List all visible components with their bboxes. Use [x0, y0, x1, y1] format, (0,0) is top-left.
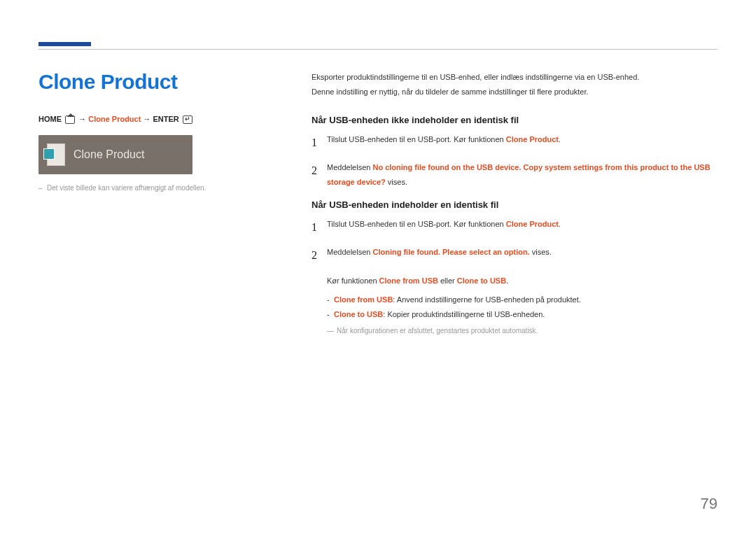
highlight-text: Clone from USB — [334, 295, 393, 304]
step-body: Meddelelsen Cloning file found. Please s… — [327, 245, 718, 266]
step-row: 2 Meddelelsen Cloning file found. Please… — [312, 245, 718, 266]
step-row: 1 Tilslut USB-enheden til en USB-port. K… — [312, 217, 718, 238]
step-body: Meddelelsen No cloning file found on the… — [327, 160, 718, 190]
highlight-text: Clone Product — [506, 220, 559, 228]
menu-preview-label: Clone Product — [74, 148, 144, 161]
header-accent-bar — [38, 42, 91, 46]
run-text: . — [506, 276, 508, 285]
step-text: Meddelelsen — [327, 163, 372, 171]
left-column: Clone Product HOME → Clone Product → ENT… — [38, 70, 304, 335]
run-text: eller — [438, 276, 457, 285]
enter-icon — [183, 115, 192, 124]
step-number: 1 — [312, 217, 327, 238]
highlight-text: Clone from USB — [379, 276, 438, 285]
image-disclaimer-text: Det viste billede kan variere afhængigt … — [47, 184, 206, 192]
intro-line-2: Denne indstilling er nyttig, når du tild… — [312, 85, 718, 99]
step-number: 2 — [312, 160, 327, 190]
step-row: 1 Tilslut USB-enheden til en USB-port. K… — [312, 132, 718, 153]
header-divider — [38, 49, 718, 50]
step-text: vises. — [530, 248, 552, 256]
step-number: 2 — [312, 245, 327, 266]
run-function-line: Kør funktionen Clone from USB eller Clon… — [327, 274, 718, 288]
option-desc: : Kopier produktindstillingerne til USB-… — [383, 310, 545, 318]
step-text: Tilslut USB-enheden til en USB-port. Kør… — [327, 135, 506, 143]
step-body: Tilslut USB-enheden til en USB-port. Kør… — [327, 132, 718, 153]
option-item: Clone from USB: Anvend indstillingerne f… — [327, 293, 718, 307]
menu-preview: Clone Product — [38, 135, 192, 174]
clone-product-icon — [47, 143, 65, 166]
breadcrumb-home: HOME — [38, 115, 62, 123]
step-text: . — [559, 220, 561, 228]
section-heading-no-file: Når USB-enheden ikke indeholder en ident… — [312, 115, 718, 125]
highlight-text: Clone to USB — [457, 276, 506, 285]
page: Clone Product HOME → Clone Product → ENT… — [0, 0, 756, 534]
section-heading-with-file: Når USB-enheden indeholder en identisk f… — [312, 199, 718, 210]
intro-text: Eksporter produktindstillingerne til en … — [312, 70, 718, 99]
content-area: Clone Product HOME → Clone Product → ENT… — [38, 42, 718, 335]
breadcrumb-clone: Clone Product — [88, 115, 141, 123]
highlight-text: Clone Product — [506, 135, 559, 143]
image-disclaimer: –Det viste billede kan variere afhængigt… — [38, 183, 284, 193]
restart-footnote: Når konfigurationen er afsluttet, gensta… — [327, 327, 718, 335]
dash-icon: – — [38, 183, 44, 193]
step-number: 1 — [312, 132, 327, 153]
breadcrumb-arrow: → — [143, 115, 153, 123]
home-icon — [65, 115, 75, 124]
breadcrumb-enter: ENTER — [153, 115, 178, 123]
option-item: Clone to USB: Kopier produktindstillinge… — [327, 307, 718, 322]
page-title: Clone Product — [38, 70, 284, 94]
run-text: Kør funktionen — [327, 276, 379, 285]
right-column: Eksporter produktindstillingerne til en … — [304, 70, 718, 335]
step-text: Meddelelsen — [327, 248, 372, 256]
highlight-text: No cloning file found on the USB device.… — [327, 163, 710, 186]
step-body: Tilslut USB-enheden til en USB-port. Kør… — [327, 217, 718, 238]
step-text: Tilslut USB-enheden til en USB-port. Kør… — [327, 220, 506, 228]
intro-line-1: Eksporter produktindstillingerne til en … — [312, 70, 718, 85]
step-row: 2 Meddelelsen No cloning file found on t… — [312, 160, 718, 190]
page-number: 79 — [701, 495, 718, 513]
option-desc: : Anvend indstillingerne for USB-enheden… — [393, 295, 580, 304]
step-text: vises. — [386, 178, 407, 186]
highlight-text: Cloning file found. Please select an opt… — [372, 248, 529, 256]
breadcrumb-arrow: → — [78, 115, 88, 123]
breadcrumb: HOME → Clone Product → ENTER — [38, 115, 284, 124]
highlight-text: Clone to USB — [334, 310, 383, 318]
step-text: . — [559, 135, 561, 143]
